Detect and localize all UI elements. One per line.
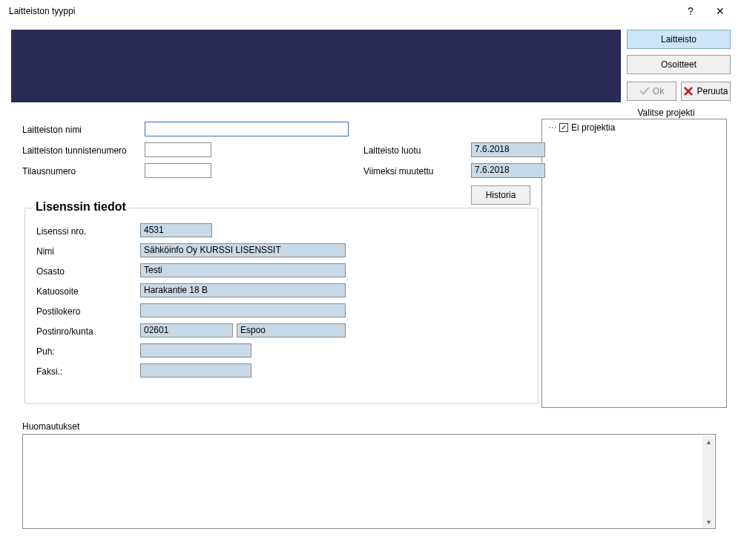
label-katuosoite: Katuosoite — [36, 286, 79, 297]
project-label: Valitse projekti — [607, 108, 725, 118]
label-luotu: Laitteisto luotu — [363, 145, 421, 156]
ok-cancel-group: Ok Peruuta — [627, 82, 731, 101]
top-band: Laitteisto Osoitteet Ok Peruuta — [11, 30, 731, 102]
value-osasto: Testi — [140, 263, 346, 277]
fieldset-legend: Lisenssin tiedot — [33, 200, 129, 214]
value-muutettu: 7.6.2018 — [471, 163, 545, 178]
project-tree-item-label: Ei projektia — [571, 122, 615, 133]
cancel-button[interactable]: Peruuta — [681, 82, 731, 101]
label-lisenssi-nimi: Nimi — [36, 246, 54, 257]
value-lisenssi-nimi: Sähköinfo Oy KURSSI LISENSSIT — [140, 243, 346, 257]
close-button[interactable]: ✕ — [705, 0, 735, 22]
input-tunnistenumero[interactable] — [145, 142, 211, 157]
ok-button[interactable]: Ok — [627, 82, 676, 101]
tab-laitteisto[interactable]: Laitteisto — [627, 30, 731, 49]
label-puh: Puh: — [36, 346, 55, 357]
scroll-down-icon[interactable]: ▾ — [702, 515, 714, 527]
window-title: Laitteiston tyyppi — [6, 6, 676, 16]
label-osasto: Osasto — [36, 266, 65, 277]
value-luotu: 7.6.2018 — [471, 142, 545, 157]
input-tilausnumero[interactable] — [145, 163, 211, 178]
label-tilausnumero: Tilausnumero — [22, 166, 76, 177]
project-tree-item[interactable]: ⋯ ✓ Ei projektia — [548, 122, 720, 133]
value-faksi — [140, 363, 251, 378]
tab-buttons: Laitteisto Osoitteet — [627, 30, 731, 80]
value-katuosoite: Harakantie 18 B — [140, 283, 346, 297]
value-postilokero — [140, 303, 346, 317]
value-kunta: Espoo — [237, 323, 346, 337]
header-banner — [11, 30, 621, 102]
value-puh — [140, 343, 251, 358]
label-tunnistenumero: Laitteiston tunnistenumero — [22, 145, 127, 156]
textarea-huomautukset[interactable]: ▴ ▾ — [22, 434, 716, 529]
label-lisenssi-nro: Lisenssi nro. — [36, 226, 86, 237]
label-postinro-kunta: Postinro/kunta — [36, 326, 93, 337]
label-postilokero: Postilokero — [36, 306, 80, 317]
scrollbar[interactable]: ▴ ▾ — [702, 435, 714, 527]
ok-label: Ok — [653, 86, 664, 96]
label-muutettu: Viimeksi muutettu — [363, 166, 433, 177]
value-postinro: 02601 — [140, 323, 233, 337]
check-icon — [639, 86, 650, 96]
cancel-icon — [683, 86, 694, 96]
value-lisenssi-nro: 4531 — [140, 223, 212, 237]
fieldset-lisenssi: Lisenssin tiedot Lisenssi nro. 4531 Nimi… — [24, 208, 539, 404]
input-laitteiston-nimi[interactable] — [145, 122, 349, 136]
project-tree[interactable]: ⋯ ✓ Ei projektia — [541, 119, 727, 408]
tree-dots-icon: ⋯ — [548, 122, 556, 133]
help-button[interactable]: ? — [676, 0, 705, 22]
historia-button[interactable]: Historia — [471, 185, 530, 205]
label-huomautukset: Huomautukset — [22, 421, 79, 432]
project-checkbox[interactable]: ✓ — [559, 123, 568, 132]
tab-osoitteet[interactable]: Osoitteet — [627, 55, 731, 74]
scroll-up-icon[interactable]: ▴ — [702, 435, 714, 447]
label-faksi: Faksi.: — [36, 366, 62, 377]
label-laitteiston-nimi: Laitteiston nimi — [22, 125, 82, 135]
titlebar: Laitteiston tyyppi ? ✕ — [0, 0, 741, 22]
cancel-label: Peruuta — [696, 86, 728, 96]
